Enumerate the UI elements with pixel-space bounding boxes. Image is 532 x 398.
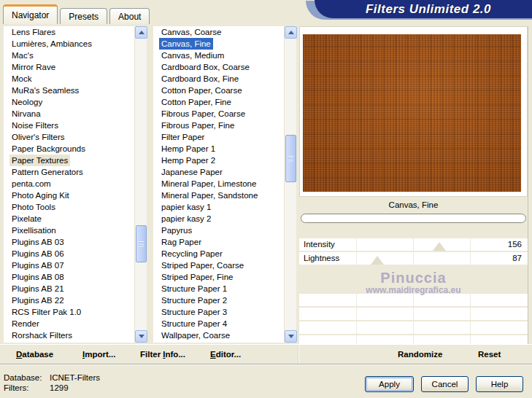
preview-caption: Canvas, Fine (300, 198, 527, 211)
scrollbar-thumb[interactable] (285, 135, 296, 182)
slider[interactable]: Intensity 156 (299, 238, 528, 251)
list-item[interactable]: Canvas, Coarse (153, 26, 284, 38)
menu-label: ditor... (216, 350, 242, 359)
list-item[interactable]: penta.com (4, 178, 134, 190)
list-item-label: Mineral Paper, Sandstone (159, 190, 260, 201)
list-item-label: papier kasy 2 (159, 213, 213, 225)
list-item[interactable]: Recycling Paper (153, 248, 284, 260)
list-item-label: Neology (9, 96, 45, 108)
list-item[interactable]: Fibrous Paper, Coarse (153, 108, 284, 120)
menu-editor[interactable]: Editor... (210, 345, 241, 364)
list-item[interactable]: Striped Paper, Fine (153, 271, 284, 283)
list-item[interactable]: Plugins AB 06 (4, 248, 134, 260)
list-item[interactable]: Wallpaper, Coarse (153, 329, 284, 341)
list-item[interactable]: Structure Paper 3 (153, 306, 284, 318)
list-item[interactable]: Striped Paper, Coarse (153, 260, 284, 271)
list-item[interactable]: Photo Tools (4, 201, 134, 213)
menu-label: E (210, 350, 216, 359)
list-item[interactable]: Structure Paper 1 (153, 283, 284, 294)
list-item[interactable]: Rag Paper (153, 236, 284, 248)
filter-scrollbar[interactable] (284, 26, 296, 343)
list-item[interactable]: Hemp Paper 1 (153, 143, 284, 155)
list-item[interactable]: Paper Backgrounds (4, 143, 134, 155)
list-item[interactable]: Japanese Paper (153, 166, 284, 178)
list-item[interactable]: Noise Filters (4, 120, 134, 131)
list-item[interactable]: Rorshack Filters (4, 329, 134, 341)
scroll-up-button[interactable] (135, 26, 147, 39)
list-item[interactable]: Photo Aging Kit (4, 190, 134, 201)
slider-handle-icon[interactable] (371, 256, 384, 265)
menu-import[interactable]: Import... (82, 345, 115, 364)
arrow-up-icon (139, 31, 144, 34)
list-item-label: Pixelate (9, 213, 44, 225)
slider-value: 156 (508, 238, 522, 251)
list-item-label: Plugins AB 08 (9, 271, 66, 283)
menu-label: atabase (22, 350, 53, 359)
list-item-label: Wallpaper, Coarse (159, 329, 232, 341)
list-item[interactable]: Fibrous Paper, Fine (153, 120, 284, 131)
list-item[interactable]: Plugins AB 07 (4, 260, 134, 271)
scroll-down-button[interactable] (135, 330, 147, 343)
list-item[interactable]: Cotton Paper, Coarse (153, 85, 284, 96)
list-item[interactable]: Render (4, 318, 134, 329)
slider-handle-icon[interactable] (433, 242, 446, 251)
list-item[interactable]: Pattern Generators (4, 166, 134, 178)
list-item[interactable]: Lumières, Ambiances (4, 38, 134, 50)
list-item[interactable]: Filter Paper (153, 131, 284, 143)
list-item[interactable]: Lens Flares (4, 26, 134, 38)
list-item[interactable]: Structure Paper 4 (153, 318, 284, 329)
slider-label: Intensity (304, 238, 335, 251)
list-item-label: Hemp Paper 2 (159, 155, 217, 166)
list-item-label: Rorshack Filters (9, 329, 74, 341)
list-item[interactable]: Papyrus (153, 225, 284, 236)
menu-filter-info[interactable]: Filter Info... (140, 345, 185, 364)
slider[interactable]: Lightness 87 (299, 252, 528, 265)
list-item[interactable]: Mock (4, 73, 134, 85)
list-item[interactable]: Canvas, Medium (153, 50, 284, 61)
category-scrollbar[interactable] (134, 26, 147, 343)
list-item[interactable]: Mineral Paper, Sandstone (153, 190, 284, 201)
tab[interactable]: Presets (60, 8, 107, 24)
scroll-up-button[interactable] (285, 26, 297, 39)
scrollbar-thumb[interactable] (136, 225, 147, 262)
list-item[interactable]: Cotton Paper, Fine (153, 96, 284, 108)
apply-button[interactable]: Apply (365, 376, 414, 392)
list-item[interactable]: Pixellisation (4, 225, 134, 236)
list-item-label: Noise Filters (9, 120, 61, 131)
list-item[interactable]: Structure Paper 2 (153, 294, 284, 306)
list-item[interactable]: Plugins AB 22 (4, 294, 134, 306)
list-item[interactable]: Cardboard Box, Coarse (153, 61, 284, 73)
menu-database[interactable]: Database (16, 345, 53, 364)
list-item-label: Lens Flares (9, 26, 58, 38)
list-item-label: Fibrous Paper, Coarse (159, 108, 247, 120)
list-item[interactable]: Mineral Paper, Limestone (153, 178, 284, 190)
tab[interactable]: Navigator (3, 4, 58, 24)
list-item[interactable]: Mirror Rave (4, 61, 134, 73)
list-item[interactable]: Nirvana (4, 108, 134, 120)
filters-value: 1299 (50, 383, 69, 393)
list-item-label: Render (9, 318, 42, 329)
scroll-down-button[interactable] (285, 330, 297, 343)
list-item[interactable]: Oliver's Filters (4, 131, 134, 143)
list-item[interactable]: papier kasy 1 (153, 201, 284, 213)
list-item[interactable]: MuRa's Seamless (4, 85, 134, 96)
list-item[interactable]: Plugins AB 03 (4, 236, 134, 248)
list-item[interactable]: Plugins AB 08 (4, 271, 134, 283)
list-item-label: Structure Paper 3 (159, 306, 229, 318)
list-item[interactable]: papier kasy 2 (153, 213, 284, 225)
list-item[interactable]: Neology (4, 96, 134, 108)
list-item-label: Pixellisation (9, 225, 58, 236)
tab[interactable]: About (109, 8, 150, 24)
list-item[interactable]: RCS Filter Pak 1.0 (4, 306, 134, 318)
list-item[interactable]: Mac's (4, 50, 134, 61)
help-button[interactable]: Help (476, 376, 523, 392)
list-item[interactable]: Cardboard Box, Fine (153, 73, 284, 85)
list-item[interactable]: Paper Textures (4, 155, 134, 166)
list-item[interactable]: Pixelate (4, 213, 134, 225)
reset-button[interactable]: Reset (478, 345, 501, 364)
list-item[interactable]: Hemp Paper 2 (153, 155, 284, 166)
cancel-button[interactable]: Cancel (421, 376, 469, 392)
list-item[interactable]: Plugins AB 21 (4, 283, 134, 294)
randomize-button[interactable]: Randomize (398, 345, 442, 364)
list-item[interactable]: Canvas, Fine (153, 38, 284, 50)
